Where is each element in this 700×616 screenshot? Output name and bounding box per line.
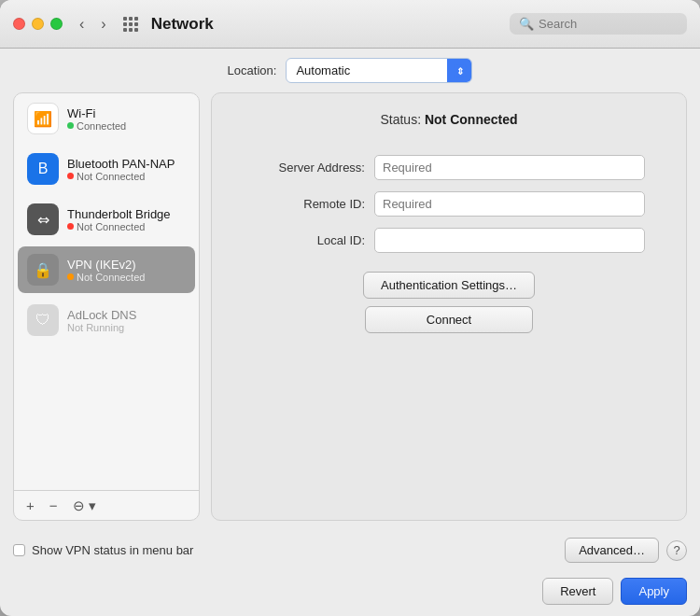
sidebar-footer: + − ⊖ ▾ [14,490,199,520]
location-value: Automatic [296,63,350,77]
remote-id-label: Remote ID: [253,197,365,211]
advanced-button[interactable]: Advanced… [565,538,659,563]
add-interface-button[interactable]: + [21,497,39,514]
tb-name: Thunderbolt Bridge [67,207,171,221]
server-address-input[interactable] [374,155,645,180]
vpn-status-dot [67,273,74,280]
wifi-icon: 📶 [27,103,59,134]
maximize-button[interactable] [50,18,63,30]
sidebar-item-adlock[interactable]: 🛡 AdLock DNS Not Running [18,297,195,343]
vpn-name: VPN (IKEv2) [67,258,145,272]
tb-status: Not Connected [67,221,171,232]
search-input[interactable] [539,17,678,31]
tb-status-dot [67,223,74,230]
sidebar: 📶 Wi-Fi Connected B Bluetooth PAN-NAP [13,92,200,521]
remote-id-input[interactable] [374,191,645,217]
bt-status-dot [67,173,74,179]
server-address-row: Server Address: [253,155,645,180]
local-id-label: Local ID: [253,233,365,247]
titlebar: ‹ › Network 🔍 [0,0,700,49]
bottom-bar: Show VPN status in menu bar Advanced… ? [0,530,700,570]
apply-button[interactable]: Apply [621,578,687,605]
sidebar-item-thunderbolt[interactable]: ⇔ Thunderbolt Bridge Not Connected [18,196,195,243]
action-buttons: Authentication Settings… Connect [240,272,658,333]
network-window: ‹ › Network 🔍 Location: Automatic ⇕ [0,0,700,616]
forward-button[interactable]: › [97,15,109,34]
form-area: Server Address: Remote ID: Local ID: [240,155,658,253]
vpn-status: Not Connected [67,272,145,283]
remote-id-row: Remote ID: [253,191,645,217]
remove-interface-button[interactable]: − [45,497,63,514]
detail-panel: Status: Not Connected Server Address: Re… [211,92,687,521]
connect-button[interactable]: Connect [365,306,533,333]
show-vpn-row[interactable]: Show VPN status in menu bar [13,543,555,557]
revert-button[interactable]: Revert [542,578,613,605]
help-button[interactable]: ? [666,540,687,561]
sidebar-item-bluetooth[interactable]: B Bluetooth PAN-NAP Not Connected [18,146,195,192]
back-button[interactable]: ‹ [76,15,88,34]
show-vpn-label: Show VPN status in menu bar [32,543,193,557]
location-dropdown-arrow: ⇕ [447,59,471,82]
action-button[interactable]: ⊖ ▾ [68,497,101,514]
bluetooth-icon: B [27,153,59,185]
sidebar-item-vpn[interactable]: 🔒 VPN (IKEv2) Not Connected [18,246,195,293]
local-id-input[interactable] [374,228,645,253]
window-title: Network [151,15,321,34]
location-select-wrapper[interactable]: Automatic ⇕ [286,58,472,83]
search-icon: 🔍 [519,17,534,31]
vpn-icon: 🔒 [27,254,59,286]
traffic-lights [13,18,63,30]
wifi-status-dot [67,122,74,129]
bottom-right: Advanced… ? [565,538,687,563]
wifi-name: Wi-Fi [67,106,126,120]
panels: 📶 Wi-Fi Connected B Bluetooth PAN-NAP [0,92,700,530]
sidebar-item-wifi[interactable]: 📶 Wi-Fi Connected [18,95,195,142]
minimize-button[interactable] [32,18,44,30]
bt-name: Bluetooth PAN-NAP [67,157,175,171]
adlock-status: Not Running [67,322,136,333]
status-line: Status: Not Connected [240,112,658,127]
status-value: Not Connected [425,112,518,127]
footer-actions: Revert Apply [0,570,700,616]
status-label: Status: [380,112,421,127]
server-address-label: Server Address: [253,161,365,175]
close-button[interactable] [13,18,25,30]
bt-status: Not Connected [67,171,175,182]
wifi-status: Connected [67,120,126,132]
location-label: Location: [228,63,277,77]
search-box[interactable]: 🔍 [510,13,687,35]
location-bar: Location: Automatic ⇕ [0,49,700,92]
show-vpn-checkbox[interactable] [13,544,25,556]
thunderbolt-icon: ⇔ [27,203,59,235]
location-select[interactable]: Automatic ⇕ [286,58,472,83]
local-id-row: Local ID: [253,228,645,253]
main-content: Location: Automatic ⇕ 📶 Wi-Fi [0,49,700,616]
apps-grid-icon[interactable] [123,17,138,32]
auth-settings-button[interactable]: Authentication Settings… [363,272,535,299]
adlock-name: AdLock DNS [67,308,136,322]
adlock-icon: 🛡 [27,304,59,336]
